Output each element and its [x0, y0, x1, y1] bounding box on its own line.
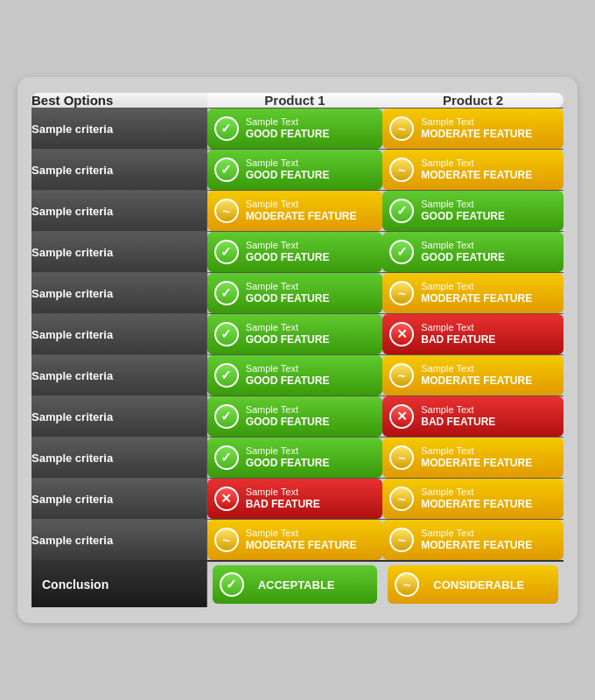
criteria-cell: Sample criteria — [32, 519, 207, 560]
feature-label: MODERATE FEATURE — [421, 374, 532, 387]
feature-sample-text: Sample Text — [246, 363, 330, 374]
moderate-icon: ~ — [389, 486, 414, 511]
feature-sample-text: Sample Text — [421, 322, 495, 333]
conclusion-moderate-icon: ~ — [395, 572, 419, 597]
good-icon: ✓ — [389, 240, 414, 264]
feature-label: BAD FEATURE — [246, 498, 320, 510]
feature-inner-bad: ✕Sample TextBAD FEATURE — [382, 396, 564, 437]
feature-label: MODERATE FEATURE — [246, 210, 357, 222]
conclusion-row: Conclusion✓ACCEPTABLE~CONSIDERABLE — [32, 560, 564, 607]
moderate-icon: ~ — [389, 281, 414, 305]
feature-inner-good: ✓Sample TextGOOD FEATURE — [207, 314, 383, 354]
feature-text: Sample TextMODERATE FEATURE — [421, 445, 532, 470]
header-row: Best Options Product 1 Product 2 — [32, 93, 564, 108]
feature-text: Sample TextGOOD FEATURE — [246, 281, 330, 305]
feature-label: GOOD FEATURE — [421, 210, 505, 222]
moderate-icon: ~ — [389, 528, 414, 552]
good-icon: ✓ — [214, 240, 239, 264]
good-icon: ✓ — [214, 404, 239, 429]
feature-inner-moderate: ~Sample TextMODERATE FEATURE — [382, 438, 564, 478]
feature-text: Sample TextBAD FEATURE — [421, 322, 495, 346]
feature-label: GOOD FEATURE — [246, 333, 330, 346]
feature-cell: ~Sample TextMODERATE FEATURE — [382, 149, 564, 190]
feature-cell: ~Sample TextMODERATE FEATURE — [382, 478, 564, 519]
feature-cell: ✓Sample TextGOOD FEATURE — [207, 396, 383, 437]
feature-text: Sample TextMODERATE FEATURE — [246, 199, 357, 223]
feature-inner-moderate: ~Sample TextMODERATE FEATURE — [207, 520, 383, 560]
feature-cell: ✓Sample TextGOOD FEATURE — [207, 437, 383, 478]
feature-text: Sample TextGOOD FEATURE — [246, 404, 330, 429]
good-icon: ✓ — [214, 281, 239, 305]
feature-inner-good: ✓Sample TextGOOD FEATURE — [207, 150, 383, 190]
feature-cell: ~Sample TextMODERATE FEATURE — [382, 108, 564, 149]
criteria-cell: Sample criteria — [32, 354, 207, 396]
feature-sample-text: Sample Text — [246, 240, 330, 251]
feature-text: Sample TextGOOD FEATURE — [246, 322, 330, 346]
feature-inner-good: ✓Sample TextGOOD FEATURE — [207, 355, 383, 396]
feature-cell: ✓Sample TextGOOD FEATURE — [207, 354, 383, 396]
comparison-table-wrapper: Best Options Product 1 Product 2 Sample … — [18, 77, 578, 623]
feature-label: GOOD FEATURE — [246, 457, 330, 469]
feature-cell: ✕Sample TextBAD FEATURE — [207, 478, 383, 519]
header-best-options: Best Options — [32, 93, 207, 108]
feature-text: Sample TextBAD FEATURE — [421, 404, 495, 429]
feature-cell: ✕Sample TextBAD FEATURE — [382, 396, 564, 437]
feature-label: GOOD FEATURE — [246, 374, 330, 387]
feature-label: GOOD FEATURE — [246, 169, 330, 181]
feature-label: BAD FEATURE — [421, 416, 495, 428]
feature-inner-moderate: ~Sample TextMODERATE FEATURE — [382, 520, 564, 560]
criteria-cell: Sample criteria — [32, 149, 207, 190]
bad-icon: ✕ — [214, 486, 239, 511]
feature-cell: ~Sample TextMODERATE FEATURE — [207, 519, 383, 560]
feature-text: Sample TextGOOD FEATURE — [246, 158, 330, 182]
criteria-cell: Sample criteria — [32, 272, 207, 313]
feature-inner-moderate: ~Sample TextMODERATE FEATURE — [382, 273, 564, 313]
conclusion-good-icon: ✓ — [220, 572, 244, 597]
feature-label: MODERATE FEATURE — [421, 128, 532, 140]
feature-text: Sample TextMODERATE FEATURE — [421, 116, 532, 141]
feature-sample-text: Sample Text — [246, 404, 330, 416]
feature-sample-text: Sample Text — [246, 116, 330, 128]
feature-inner-good: ✓Sample TextGOOD FEATURE — [207, 232, 383, 272]
feature-text: Sample TextMODERATE FEATURE — [421, 158, 532, 182]
feature-text: Sample TextMODERATE FEATURE — [421, 528, 532, 552]
criteria-cell: Sample criteria — [32, 396, 207, 437]
bad-icon: ✕ — [389, 404, 414, 429]
table-row: Sample criteria✓Sample TextGOOD FEATURE✓… — [32, 231, 564, 272]
table-row: Sample criteria✓Sample TextGOOD FEATURE~… — [32, 437, 564, 478]
feature-sample-text: Sample Text — [246, 528, 357, 539]
moderate-icon: ~ — [389, 116, 414, 141]
conclusion-cell: ~CONSIDERABLE — [382, 560, 564, 607]
good-icon: ✓ — [214, 445, 239, 470]
conclusion-value-label: ACCEPTABLE — [258, 578, 335, 592]
feature-inner-good: ✓Sample TextGOOD FEATURE — [207, 108, 383, 149]
feature-text: Sample TextGOOD FEATURE — [421, 240, 505, 264]
feature-inner-bad: ✕Sample TextBAD FEATURE — [207, 479, 383, 519]
feature-label: BAD FEATURE — [421, 333, 495, 346]
header-product1: Product 1 — [207, 93, 383, 108]
feature-label: GOOD FEATURE — [246, 416, 330, 428]
table-row: Sample criteria✓Sample TextGOOD FEATURE~… — [32, 149, 564, 190]
table-row: Sample criteria✓Sample TextGOOD FEATURE✕… — [32, 313, 564, 354]
feature-sample-text: Sample Text — [421, 240, 505, 251]
feature-sample-text: Sample Text — [421, 116, 532, 128]
feature-text: Sample TextGOOD FEATURE — [246, 240, 330, 264]
feature-inner-moderate: ~Sample TextMODERATE FEATURE — [382, 150, 564, 190]
feature-text: Sample TextGOOD FEATURE — [421, 199, 505, 223]
feature-sample-text: Sample Text — [421, 199, 505, 210]
table-row: Sample criteria✓Sample TextGOOD FEATURE~… — [32, 272, 564, 313]
feature-label: MODERATE FEATURE — [246, 539, 357, 551]
feature-cell: ✓Sample TextGOOD FEATURE — [382, 231, 564, 272]
moderate-icon: ~ — [214, 528, 239, 552]
good-icon: ✓ — [214, 322, 239, 346]
feature-cell: ~Sample TextMODERATE FEATURE — [207, 190, 383, 231]
feature-text: Sample TextMODERATE FEATURE — [421, 281, 532, 305]
feature-cell: ✓Sample TextGOOD FEATURE — [207, 313, 383, 354]
feature-inner-bad: ✕Sample TextBAD FEATURE — [382, 314, 564, 354]
feature-cell: ✓Sample TextGOOD FEATURE — [207, 149, 383, 190]
feature-cell: ~Sample TextMODERATE FEATURE — [382, 519, 564, 560]
criteria-cell: Sample criteria — [32, 231, 207, 272]
moderate-icon: ~ — [389, 158, 414, 182]
feature-inner-good: ✓Sample TextGOOD FEATURE — [382, 191, 564, 231]
feature-label: MODERATE FEATURE — [421, 498, 532, 510]
